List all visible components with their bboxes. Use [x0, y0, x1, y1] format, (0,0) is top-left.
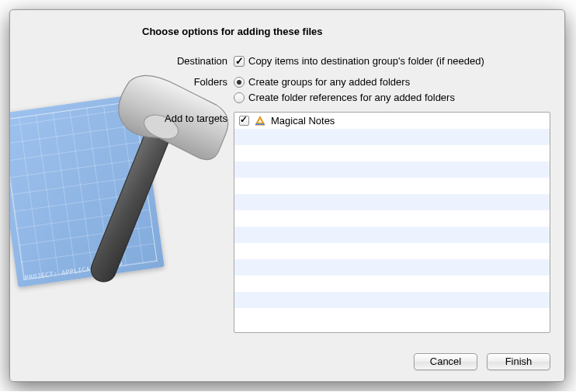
target-row[interactable]: Magical Notes: [234, 113, 550, 129]
target-row[interactable]: [234, 227, 550, 243]
target-row[interactable]: [234, 243, 550, 259]
target-row[interactable]: [234, 129, 550, 145]
blueprint-graphic: PROJECT: APPLICATION.APP: [9, 94, 165, 287]
add-files-sheet: PROJECT: APPLICATION.APP Choos: [9, 9, 565, 382]
target-row[interactable]: [234, 292, 550, 308]
app-icon: [254, 115, 266, 127]
create-groups-text: Create groups for any added folders: [248, 75, 410, 88]
button-bar: Cancel Finish: [414, 353, 550, 370]
blueprint-caption: PROJECT: APPLICATION.APP: [24, 261, 123, 282]
create-groups-radio[interactable]: [234, 77, 245, 88]
targets-label: Add to targets: [142, 112, 234, 124]
target-row[interactable]: [234, 161, 550, 178]
folders-label: Folders: [142, 75, 234, 88]
form-area: Choose options for adding these files De…: [142, 26, 550, 341]
copy-items-option[interactable]: Copy items into destination group's fold…: [234, 54, 550, 68]
target-row[interactable]: [234, 210, 550, 227]
folders-option-refs[interactable]: Create folder references for any added f…: [234, 91, 550, 104]
target-row[interactable]: [234, 178, 550, 194]
folders-row: Folders Create groups for any added fold…: [142, 75, 550, 104]
destination-label: Destination: [142, 54, 234, 67]
target-row[interactable]: [234, 194, 550, 210]
copy-items-text: Copy items into destination group's fold…: [248, 54, 484, 68]
cancel-button[interactable]: Cancel: [414, 353, 477, 370]
copy-items-checkbox[interactable]: [234, 56, 245, 67]
targets-list[interactable]: Magical Notes: [234, 112, 550, 333]
target-row[interactable]: [234, 145, 550, 161]
folders-option-groups[interactable]: Create groups for any added folders: [234, 75, 550, 88]
create-refs-radio[interactable]: [234, 92, 245, 103]
target-row[interactable]: [234, 276, 550, 292]
target-row[interactable]: [234, 259, 550, 276]
target-name: Magical Notes: [271, 115, 335, 127]
targets-row: Add to targets Magical Notes: [142, 112, 550, 333]
destination-row: Destination Copy items into destination …: [142, 54, 550, 68]
create-refs-text: Create folder references for any added f…: [248, 91, 455, 104]
target-checkbox[interactable]: [239, 116, 249, 126]
sheet-title: Choose options for adding these files: [142, 26, 550, 37]
finish-button[interactable]: Finish: [487, 353, 550, 370]
